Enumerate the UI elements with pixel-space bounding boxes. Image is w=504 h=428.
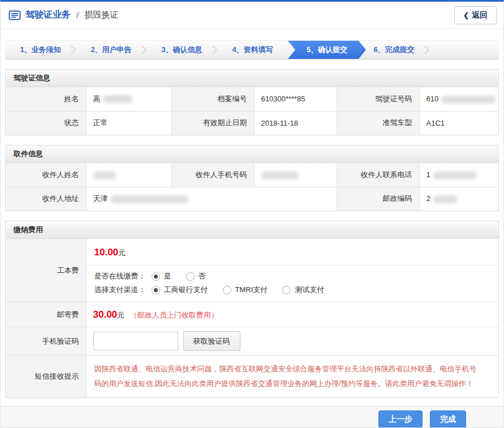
license-info-title: 驾驶证信息	[6, 70, 498, 87]
step-1-business-notice[interactable]: 1、业务须知	[5, 41, 76, 59]
finish-button[interactable]: 完成	[430, 410, 466, 428]
license-info-table: 姓名 高 档案编号 610300****85 驾驶证号码 610 状态 正常 有…	[6, 87, 498, 135]
fees-table: 工本费 10.00元 是否在线缴费： 是	[6, 239, 498, 397]
zip-code-value: 2	[419, 187, 498, 211]
pay-channel-option-icbc-label: 工商银行支付	[164, 285, 208, 295]
name-value: 高	[86, 87, 171, 111]
step-4-fill-data[interactable]: 4、资料填写	[217, 41, 288, 59]
mail-fee-amount: 30.00	[93, 309, 118, 320]
online-pay-option-no-label: 否	[199, 271, 206, 281]
fees-section: 缴纳费用 工本费 10.00元 是否在线缴费： 是	[5, 221, 499, 398]
recipient-address-value: 天津	[86, 187, 337, 211]
chevron-left-icon: ❮	[463, 11, 469, 19]
radio-unselected-icon[interactable]	[186, 272, 195, 281]
step-6-complete-submit[interactable]: 6、完成提交	[359, 41, 429, 59]
footer-action-bar: 上一步 完成	[1, 406, 503, 428]
step-5-confirm-submit-active[interactable]: 5、确认提交	[288, 41, 366, 59]
recipient-name-value	[86, 163, 171, 187]
page-header: 驾驶证业务 / 损毁换证 ❮ 返回	[1, 2, 503, 29]
vehicle-class-value: A1C1	[419, 111, 498, 135]
radio-unselected-icon[interactable]	[282, 286, 291, 294]
previous-step-button[interactable]: 上一步	[378, 410, 423, 428]
online-pay-row: 是否在线缴费： 是 否	[94, 271, 491, 281]
online-pay-label: 是否在线缴费：	[94, 271, 146, 281]
pickup-info-title: 取件信息	[6, 145, 498, 163]
table-row: 收件人地址 天津 邮政编码 2	[6, 187, 498, 211]
card-fee-label: 工本费	[6, 239, 86, 302]
redacted-blur	[110, 195, 188, 203]
pickup-info-section: 取件信息 收件人姓名 收件人手机号码 收件人联系电话 1 收件人地址 天津 邮政…	[5, 145, 499, 211]
card-fee-amount: 10.00	[94, 247, 119, 258]
page: 驾驶证业务 / 损毁换证 ❮ 返回 1、业务须知 2、用户申告 3、确认信息 4…	[0, 0, 504, 428]
redacted-blur	[261, 172, 299, 179]
pay-channel-option-test[interactable]: 测试支付	[282, 285, 324, 295]
mail-fee-unit: 元	[117, 311, 124, 319]
table-row: 邮寄费 30.00元 （邮政人员上门收取费用）	[6, 302, 498, 327]
sms-code-input[interactable]	[93, 332, 178, 350]
recipient-name-label: 收件人姓名	[6, 163, 86, 187]
license-no-label: 驾驶证号码	[337, 87, 419, 111]
sms-code-label: 手机验证码	[6, 327, 86, 356]
redacted-blur	[433, 172, 477, 179]
sms-tip-text: 因陕西省联通、电信运营商技术问题，陕西省互联网交通安全综合服务管理平台无法向持陕…	[94, 356, 491, 397]
redacted-blur	[93, 172, 116, 179]
get-sms-code-button[interactable]: 获取验证码	[183, 331, 240, 351]
online-pay-option-no[interactable]: 否	[186, 271, 206, 281]
radio-unselected-icon[interactable]	[223, 286, 231, 294]
pay-channel-row: 选择支付渠道： 工商银行支付 TMRI支付 测试支付	[94, 285, 491, 295]
recipient-address-label: 收件人地址	[6, 187, 86, 211]
card-fee-unit: 元	[118, 249, 126, 257]
pay-channel-option-tmri-label: TMRI支付	[235, 285, 268, 295]
pay-channel-label: 选择支付渠道：	[94, 285, 146, 295]
license-no-value: 610	[419, 87, 498, 111]
pay-channel-option-icbc[interactable]: 工商银行支付	[152, 285, 208, 295]
table-row: 工本费 10.00元 是否在线缴费： 是	[6, 239, 498, 302]
recipient-mobile-value	[254, 163, 337, 187]
status-value: 正常	[86, 111, 171, 135]
table-row: 手机验证码 获取验证码	[6, 327, 498, 356]
recipient-mobile-label: 收件人手机号码	[171, 163, 254, 187]
expiry-value: 2018-11-18	[254, 111, 337, 135]
card-fee-amount-row: 10.00元	[87, 239, 499, 266]
redacted-blur	[103, 95, 132, 103]
vehicle-class-label: 准驾车型	[337, 111, 419, 135]
form-list-icon	[8, 10, 21, 20]
breadcrumb: 驾驶证业务 / 损毁换证	[8, 9, 118, 21]
zip-code-label: 邮政编码	[337, 187, 419, 211]
pay-channel-option-tmri[interactable]: TMRI支付	[223, 285, 268, 295]
license-info-section: 驾驶证信息 姓名 高 档案编号 610300****85 驾驶证号码 610 状…	[5, 69, 499, 135]
back-button[interactable]: ❮ 返回	[454, 6, 497, 24]
pickup-info-table: 收件人姓名 收件人手机号码 收件人联系电话 1 收件人地址 天津 邮政编码 2	[6, 163, 498, 211]
redacted-blur	[441, 96, 496, 104]
fees-title: 缴纳费用	[6, 221, 498, 239]
radio-selected-icon[interactable]	[152, 272, 160, 281]
online-pay-option-yes-label: 是	[164, 271, 171, 281]
table-row: 状态 正常 有效期止日期 2018-11-18 准驾车型 A1C1	[6, 111, 498, 135]
sms-tip-label: 短信接收提示	[6, 356, 86, 398]
status-label: 状态	[6, 111, 86, 135]
name-label: 姓名	[6, 87, 86, 111]
breadcrumb-separator: /	[76, 10, 79, 20]
step-2-user-declaration[interactable]: 2、用户申告	[76, 41, 147, 59]
step-3-confirm-info[interactable]: 3、确认信息	[147, 41, 217, 59]
file-no-label: 档案编号	[171, 87, 254, 111]
redacted-blur	[433, 195, 458, 203]
back-button-label: 返回	[472, 10, 488, 20]
table-row: 短信接收提示 因陕西省联通、电信运营商技术问题，陕西省互联网交通安全综合服务管理…	[6, 356, 498, 398]
online-pay-option-yes[interactable]: 是	[152, 271, 171, 281]
expiry-label: 有效期止日期	[171, 111, 254, 135]
radio-selected-icon[interactable]	[152, 286, 160, 294]
file-no-value: 610300****85	[254, 87, 337, 111]
mail-fee-label: 邮寄费	[6, 302, 86, 327]
recipient-phone-value: 1	[419, 163, 498, 187]
page-title: 驾驶证业务	[25, 9, 71, 21]
step-progress-bar: 1、业务须知 2、用户申告 3、确认信息 4、资料填写 5、确认提交 6、完成提…	[5, 40, 499, 59]
recipient-phone-label: 收件人联系电话	[337, 163, 419, 187]
mail-fee-note: （邮政人员上门收取费用）	[130, 311, 218, 319]
pay-channel-option-test-label: 测试支付	[295, 285, 324, 295]
table-row: 收件人姓名 收件人手机号码 收件人联系电话 1	[6, 163, 498, 187]
page-subtitle: 损毁换证	[84, 10, 118, 20]
table-row: 姓名 高 档案编号 610300****85 驾驶证号码 610	[6, 87, 498, 111]
